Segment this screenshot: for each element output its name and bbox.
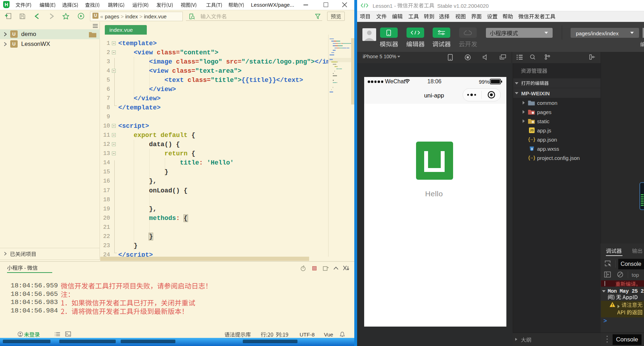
svg-text:3: 3: [531, 147, 532, 151]
